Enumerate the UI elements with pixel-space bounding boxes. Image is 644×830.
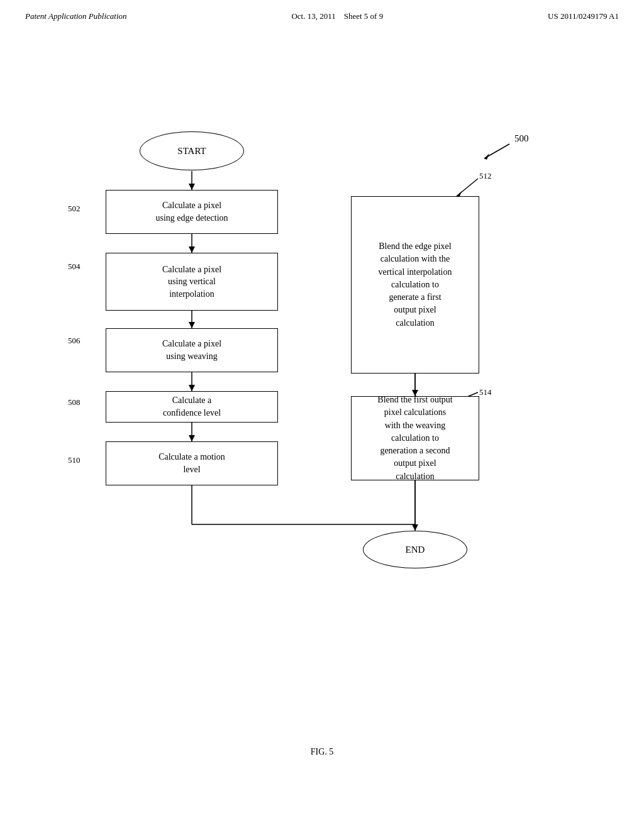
svg-marker-3 — [189, 246, 195, 253]
node-506: Calculate a pixelusing weaving — [106, 328, 278, 372]
node-502: Calculate a pixelusing edge detection — [106, 190, 278, 234]
svg-marker-9 — [189, 435, 195, 441]
node-514: Blend the first outputpixel calculations… — [351, 396, 479, 480]
header-left: Patent Application Publication — [25, 11, 127, 21]
svg-marker-7 — [189, 385, 195, 391]
label-506: 506 — [68, 336, 80, 346]
figure-caption: FIG. 5 — [0, 747, 644, 757]
node-504: Calculate a pixelusing verticalinterpola… — [106, 253, 278, 311]
svg-marker-5 — [189, 322, 195, 328]
node-508: Calculate aconfidence level — [106, 391, 278, 423]
header-center: Oct. 13, 2011 Sheet 5 of 9 — [291, 11, 383, 21]
svg-line-20 — [457, 179, 478, 196]
page-header: Patent Application Publication Oct. 13, … — [0, 0, 644, 21]
label-514: 514 — [479, 387, 492, 397]
flowchart-arrows — [0, 21, 644, 776]
label-508: 508 — [68, 397, 80, 407]
label-512: 512 — [479, 171, 492, 181]
label-510: 510 — [68, 455, 80, 465]
svg-line-18 — [484, 144, 509, 158]
start-node: START — [140, 131, 244, 170]
node-510: Calculate a motionlevel — [106, 441, 278, 485]
svg-marker-1 — [189, 184, 195, 190]
node-512: Blend the edge pixelcalculation with the… — [351, 196, 479, 374]
end-node: END — [363, 531, 467, 568]
diagram-area: START 502 Calculate a pixelusing edge de… — [0, 21, 644, 776]
svg-marker-17 — [412, 524, 418, 531]
label-504: 504 — [68, 262, 80, 272]
label-502: 502 — [68, 204, 80, 214]
header-right: US 2011/0249179 A1 — [548, 11, 619, 21]
svg-marker-19 — [484, 153, 489, 160]
label-500: 500 — [514, 133, 529, 144]
